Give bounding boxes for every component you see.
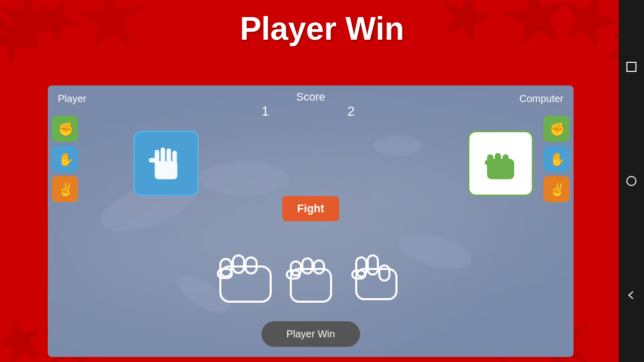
player-win-button[interactable]: Player Win — [261, 321, 360, 347]
svg-text:✊: ✊ — [58, 121, 73, 137]
svg-rect-17 — [220, 266, 271, 302]
svg-rect-14 — [495, 153, 501, 163]
fight-button[interactable]: Fight — [282, 196, 340, 221]
scissors-outline-icon — [346, 246, 407, 307]
player-paper-button[interactable]: ✋ — [52, 146, 78, 172]
svg-rect-10 — [173, 151, 177, 165]
svg-text:✋: ✋ — [58, 151, 73, 167]
svg-rect-22 — [291, 269, 331, 302]
svg-text:✋: ✋ — [549, 151, 565, 167]
svg-rect-30 — [379, 265, 389, 281]
svg-point-33 — [627, 176, 636, 186]
svg-rect-7 — [155, 150, 159, 166]
computer-chosen-card — [468, 131, 533, 196]
svg-rect-16 — [485, 160, 494, 165]
computer-rock-button[interactable]: ✊ — [543, 116, 570, 142]
computer-label: Computer — [519, 93, 564, 105]
page-title: Player Win — [0, 10, 644, 47]
svg-rect-15 — [503, 154, 509, 163]
player-choice-buttons: ✊ ✋ ✌️ — [48, 111, 82, 207]
svg-rect-9 — [167, 148, 171, 164]
game-area: Player Score 1 2 Computer ✊ ✋ ✌️ — [48, 85, 574, 357]
splatter-3 — [199, 161, 289, 196]
svg-rect-11 — [149, 158, 157, 162]
computer-score: 2 — [348, 104, 365, 119]
fist-outline-icon — [281, 246, 341, 307]
computer-choice-buttons: ✊ ✋ ✌️ — [539, 111, 574, 207]
splatter-2 — [395, 227, 475, 276]
svg-rect-29 — [368, 255, 378, 275]
player-rock-button[interactable]: ✊ — [52, 116, 78, 142]
nav-square-icon[interactable] — [625, 61, 637, 73]
rock-outline-icon — [215, 246, 276, 307]
nav-back-icon[interactable] — [625, 289, 637, 301]
svg-rect-8 — [160, 148, 165, 165]
svg-rect-32 — [627, 62, 636, 71]
player-scissors-button[interactable]: ✌️ — [52, 176, 78, 202]
nav-circle-icon[interactable] — [625, 175, 637, 187]
svg-text:✊: ✊ — [549, 121, 565, 137]
svg-text:✌️: ✌️ — [58, 182, 73, 197]
computer-paper-button[interactable]: ✋ — [543, 146, 570, 172]
player-score: 1 — [262, 104, 279, 119]
android-nav-bar — [619, 0, 644, 362]
svg-text:✌️: ✌️ — [549, 182, 565, 197]
center-rps-icons — [215, 246, 407, 307]
player-chosen-card — [133, 131, 199, 196]
computer-scissors-button[interactable]: ✌️ — [543, 176, 570, 202]
svg-rect-25 — [314, 260, 324, 274]
player-label: Player — [58, 93, 87, 105]
score-area: Score 1 2 — [257, 90, 365, 119]
score-label: Score — [257, 90, 365, 104]
splatter-5 — [372, 136, 423, 156]
svg-rect-19 — [233, 255, 244, 273]
svg-rect-24 — [302, 258, 312, 274]
score-values: 1 2 — [257, 104, 365, 119]
